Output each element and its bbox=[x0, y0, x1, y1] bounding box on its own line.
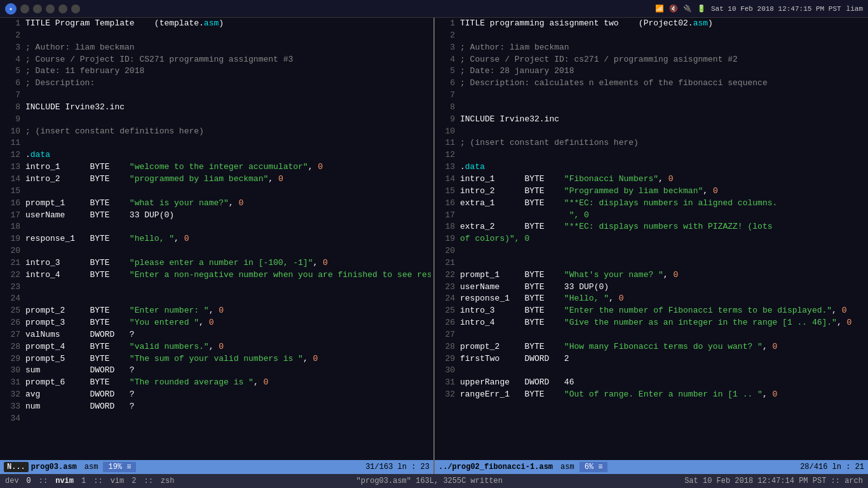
line-number: 26 bbox=[437, 317, 455, 329]
line-number: 24 bbox=[3, 293, 20, 305]
line-content bbox=[460, 30, 865, 42]
line-content: ; Author: liam beckman bbox=[460, 42, 865, 54]
code-line: 23userName BYTE 33 DUP(0) bbox=[435, 281, 868, 294]
line-content bbox=[460, 126, 865, 138]
line-number: 22 bbox=[437, 269, 455, 281]
line-content bbox=[25, 221, 431, 233]
line-number: 16 bbox=[3, 198, 20, 210]
right-status: ../prog02_fibonacci-1.asm asm 6% ≡ 28/41… bbox=[435, 460, 868, 474]
battery-icon: 🔋 bbox=[697, 4, 706, 13]
line-content: ", 0 bbox=[460, 210, 865, 222]
line-number: 23 bbox=[437, 281, 455, 294]
line-content bbox=[460, 102, 865, 114]
code-line: 19response_1 BYTE "hello, ", 0 bbox=[0, 233, 433, 245]
code-line: 11; (insert constant definitions here) bbox=[435, 137, 868, 149]
code-line: 9INCLUDE Irvine32.inc bbox=[435, 114, 868, 126]
line-number: 10 bbox=[437, 126, 455, 138]
line-content bbox=[460, 90, 865, 102]
code-line: 10 bbox=[435, 126, 868, 138]
tb-btn-1[interactable] bbox=[20, 4, 29, 13]
line-number: 18 bbox=[437, 221, 455, 233]
right-code[interactable]: 1TITLE programming asisgnment two (Proje… bbox=[435, 18, 868, 460]
code-line: 18 bbox=[0, 221, 433, 233]
line-number: 16 bbox=[437, 198, 455, 210]
line-number: 5 bbox=[3, 65, 20, 78]
line-number: 9 bbox=[3, 114, 20, 126]
line-content: prompt_1 BYTE "What's your name? ", 0 bbox=[460, 269, 865, 281]
line-number: 12 bbox=[3, 149, 20, 161]
line-content bbox=[460, 149, 865, 161]
code-line: 19of colors)", 0 bbox=[435, 233, 868, 245]
code-line: 7 bbox=[0, 90, 433, 102]
line-content: prompt_3 BYTE "You entered ", 0 bbox=[25, 317, 431, 329]
left-filetype: asm bbox=[85, 463, 98, 471]
line-number: 32 bbox=[3, 389, 20, 401]
code-line: 10; (insert constant definitions here) bbox=[0, 126, 433, 138]
line-number: 28 bbox=[437, 341, 455, 353]
tb-btn-3[interactable] bbox=[46, 4, 55, 13]
code-line: 15 bbox=[0, 186, 433, 198]
code-line: 30 bbox=[435, 365, 868, 377]
line-content: prompt_6 BYTE "The rounded average is ",… bbox=[25, 377, 431, 389]
code-line: 26intro_4 BYTE "Give the number as an in… bbox=[435, 317, 868, 329]
line-content: rangeErr_1 BYTE "Out of range. Enter a n… bbox=[460, 389, 865, 401]
tb-btn-2[interactable] bbox=[33, 4, 42, 13]
line-content: intro_4 BYTE "Enter a non-negative numbe… bbox=[25, 269, 431, 281]
line-number: 25 bbox=[3, 305, 20, 317]
code-line: 27 bbox=[435, 329, 868, 341]
left-pos: 31/163 ln : 23 bbox=[365, 463, 430, 471]
line-content: intro_1 BYTE "Fibonacci Numbers", 0 bbox=[460, 173, 865, 186]
bottombar-left: dev 0 :: nvim 1 :: vim 2 :: zsh bbox=[5, 477, 174, 485]
code-line: 29firstTwo DWORD 2 bbox=[435, 353, 868, 365]
code-line: 1TITLE programming asisgnment two (Proje… bbox=[435, 18, 868, 30]
zsh-label: zsh bbox=[161, 477, 175, 485]
line-content: intro_1 BYTE "welcome to the integer acc… bbox=[25, 161, 431, 173]
left-code[interactable]: 1TITLE Program Template (template.asm)23… bbox=[0, 18, 433, 460]
code-line: 4; Course / Project ID: cs271 / programm… bbox=[435, 54, 868, 66]
line-content: intro_2 BYTE "Programmed by liam beckman… bbox=[460, 186, 865, 198]
line-content bbox=[25, 245, 431, 257]
line-number: 21 bbox=[3, 257, 20, 269]
line-number: 1 bbox=[3, 18, 20, 30]
right-filename: ../prog02_fibonacci-1.asm bbox=[438, 463, 553, 471]
code-line: 5; Date: 28 january 2018 bbox=[435, 65, 868, 78]
line-content: firstTwo DWORD 2 bbox=[460, 353, 865, 365]
line-number: 27 bbox=[3, 329, 20, 341]
code-line: 8INCLUDE Irvine32.inc bbox=[0, 102, 433, 114]
line-number: 30 bbox=[3, 365, 20, 377]
line-number: 22 bbox=[3, 269, 20, 281]
topbar: ✦ 📶 🔇 🔌 🔋 Sat 10 Feb 2018 12:47:15 PM PS… bbox=[0, 0, 868, 18]
editor-area: 1TITLE Program Template (template.asm)23… bbox=[0, 18, 868, 474]
code-line: 17userName BYTE 33 DUP(0) bbox=[0, 210, 433, 222]
line-content: response_1 BYTE "hello, ", 0 bbox=[25, 233, 431, 245]
tb-btn-5[interactable] bbox=[71, 4, 80, 13]
code-line: 20 bbox=[435, 245, 868, 257]
topbar-left: ✦ bbox=[5, 3, 80, 15]
line-number: 10 bbox=[3, 126, 20, 138]
line-number: 26 bbox=[3, 317, 20, 329]
write-msg: "prog03.asm" 163L, 3255C written bbox=[356, 477, 503, 485]
code-line: 21intro_3 BYTE "please enter a number in… bbox=[0, 257, 433, 269]
line-content: ; Course / Project ID: CS271 programming… bbox=[25, 54, 431, 66]
code-line: 31prompt_6 BYTE "The rounded average is … bbox=[0, 377, 433, 389]
line-number: 14 bbox=[3, 173, 20, 186]
nvim-label: nvim bbox=[55, 477, 74, 485]
code-line: 3; Author: liam beckman bbox=[0, 42, 433, 54]
line-content: intro_3 BYTE "please enter a number in [… bbox=[25, 257, 431, 269]
line-content: ; Date: 11 february 2018 bbox=[25, 65, 431, 78]
line-content: userName BYTE 33 DUP(0) bbox=[460, 281, 865, 294]
bottombar-right: Sat 10 Feb 2018 12:47:14 PM PST :: arch bbox=[684, 477, 863, 485]
code-line: 32avg DWORD ? bbox=[0, 389, 433, 401]
line-number: 14 bbox=[437, 173, 455, 186]
wifi-icon: 📶 bbox=[655, 4, 664, 13]
line-number: 3 bbox=[3, 42, 20, 54]
line-number: 28 bbox=[3, 341, 20, 353]
code-line: 23 bbox=[0, 281, 433, 294]
line-content: intro_3 BYTE "Enter the number of Fibona… bbox=[460, 305, 865, 317]
line-content bbox=[460, 245, 865, 257]
code-line: 15intro_2 BYTE "Programmed by liam beckm… bbox=[435, 186, 868, 198]
line-content: INCLUDE Irvine32.inc bbox=[460, 114, 865, 126]
tb-btn-4[interactable] bbox=[58, 4, 67, 13]
line-number: 30 bbox=[437, 365, 455, 377]
network-icon: 🔌 bbox=[683, 4, 692, 13]
